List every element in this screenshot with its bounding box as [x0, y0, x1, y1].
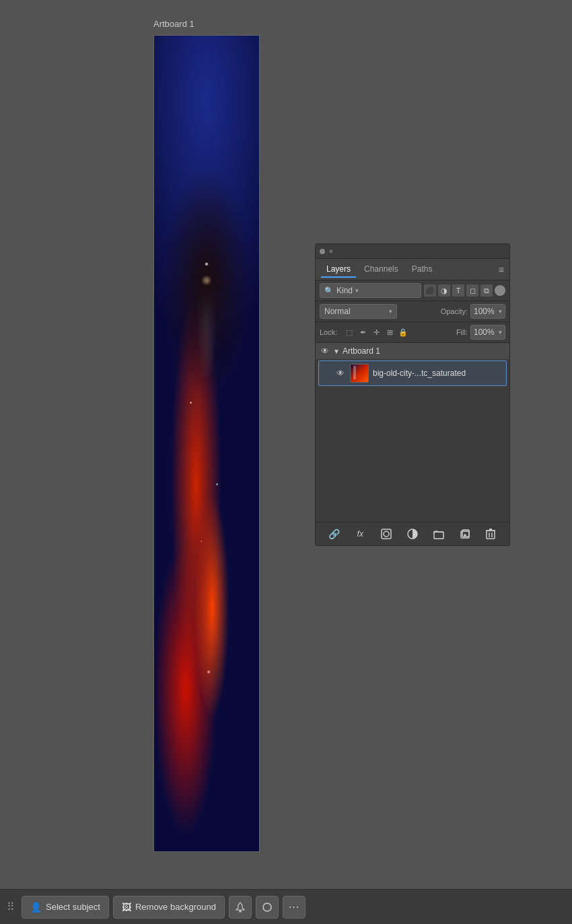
toolbar-grip-icon[interactable]: ⠿ [7, 900, 15, 913]
blend-chevron-icon: ▾ [389, 308, 392, 315]
link-layers-icon[interactable]: 🔗 [326, 527, 341, 541]
artboard-canvas [153, 35, 260, 852]
fx-icon[interactable]: fx [353, 527, 367, 541]
panel-tabs: Layers Channels Paths ≡ [316, 259, 509, 280]
filter-smartobj-icon[interactable]: ⧉ [480, 284, 493, 297]
group-layers-icon[interactable] [431, 527, 446, 541]
filter-type-icon[interactable]: T [452, 284, 464, 297]
canvas-area: Artboard 1 « Layers Channels Paths ≡ [0, 0, 572, 924]
opacity-value-dropdown[interactable]: 100% ▾ [470, 304, 505, 319]
fill-chevron-icon: ▾ [499, 329, 502, 336]
bottom-toolbar: ⠿ 👤 Select subject 🖼 Remove background ·… [0, 889, 572, 924]
layer-name: big-old-city-...tc_saturated [373, 369, 502, 378]
remove-background-button[interactable]: 🖼 Remove background [113, 896, 225, 919]
layer-thumbnail [350, 364, 369, 383]
filter-circle-icon[interactable] [495, 285, 505, 296]
adjustment-layer-icon[interactable] [405, 527, 420, 541]
lock-artboard-icon[interactable]: ⊞ [384, 327, 395, 338]
blend-opacity-row: Normal ▾ Opacity: 100% ▾ [316, 301, 509, 322]
filter-shape-icon[interactable]: ◻ [466, 284, 478, 297]
tab-paths[interactable]: Paths [406, 262, 438, 278]
select-subject-icon: 👤 [30, 902, 42, 913]
more-options-button[interactable]: ··· [283, 896, 306, 919]
layer-row[interactable]: 👁 big-old-city-...tc_saturated [318, 360, 507, 386]
circle-icon [262, 902, 273, 913]
svg-rect-0 [382, 529, 391, 539]
panel-menu-button[interactable]: ≡ [499, 264, 504, 275]
artboard-expand-icon[interactable]: ▼ [333, 348, 340, 355]
layer-visibility-icon[interactable]: 👁 [335, 368, 346, 379]
panel-collapse-button[interactable]: « [329, 247, 333, 255]
panel-titlebar: « [316, 244, 509, 259]
lock-position-icon[interactable]: ✛ [371, 327, 382, 338]
layers-panel: « Layers Channels Paths ≡ 🔍 Kind ▾ [315, 243, 510, 546]
artboard-label: Artboard 1 [153, 19, 194, 29]
delete-layer-icon[interactable] [483, 527, 498, 541]
add-mask-icon[interactable] [379, 527, 394, 541]
artboard-layer-row[interactable]: 👁 ▼ Artboard 1 [316, 343, 509, 359]
svg-point-14 [263, 903, 271, 911]
fill-control: Fill: 100% ▾ [456, 325, 505, 340]
fill-value-dropdown[interactable]: 100% ▾ [470, 325, 505, 340]
opacity-control: Opacity: 100% ▾ [441, 304, 505, 319]
tab-channels[interactable]: Channels [359, 262, 404, 278]
layers-list: 👁 ▼ Artboard 1 👁 big-old-city-...tc_satu… [316, 343, 509, 522]
lock-icons: ⬚ ✒ ✛ ⊞ 🔒 [344, 327, 408, 338]
pin-icon [235, 902, 246, 913]
svg-rect-8 [487, 531, 495, 539]
panel-footer: 🔗 fx [316, 522, 509, 545]
svg-point-1 [384, 531, 389, 537]
svg-rect-3 [434, 532, 443, 539]
kind-dropdown[interactable]: 🔍 Kind ▾ [320, 283, 421, 298]
tab-layers[interactable]: Layers [321, 262, 356, 278]
lock-all-icon[interactable]: 🔒 [398, 327, 408, 338]
artboard-visibility-icon[interactable]: 👁 [320, 346, 330, 356]
artboard-layer-name: Artboard 1 [343, 346, 380, 356]
new-layer-icon[interactable] [458, 527, 472, 541]
lock-transparent-icon[interactable]: ⬚ [344, 327, 355, 338]
lock-image-icon[interactable]: ✒ [357, 327, 368, 338]
remove-background-icon: 🖼 [122, 902, 131, 913]
kind-chevron-icon: ▾ [355, 287, 359, 294]
filter-adjust-icon[interactable]: ◑ [438, 284, 450, 297]
more-options-icon: ··· [289, 901, 299, 913]
search-icon: 🔍 [324, 286, 334, 295]
select-subject-button[interactable]: 👤 Select subject [22, 896, 109, 919]
artboard-image [154, 36, 259, 851]
blend-mode-dropdown[interactable]: Normal ▾ [320, 304, 397, 319]
opacity-chevron-icon: ▾ [499, 308, 502, 315]
layers-empty-space [316, 387, 509, 522]
filter-pixel-icon[interactable]: ⬛ [424, 284, 436, 297]
pin-button[interactable] [229, 896, 252, 919]
kind-filter-row: 🔍 Kind ▾ ⬛ ◑ T ◻ ⧉ [316, 280, 509, 301]
circle-button[interactable] [256, 896, 279, 919]
lock-fill-row: Lock: ⬚ ✒ ✛ ⊞ 🔒 Fill: 100% ▾ [316, 322, 509, 343]
panel-close-button[interactable] [320, 249, 325, 254]
filter-icons: ⬛ ◑ T ◻ ⧉ [424, 284, 505, 297]
